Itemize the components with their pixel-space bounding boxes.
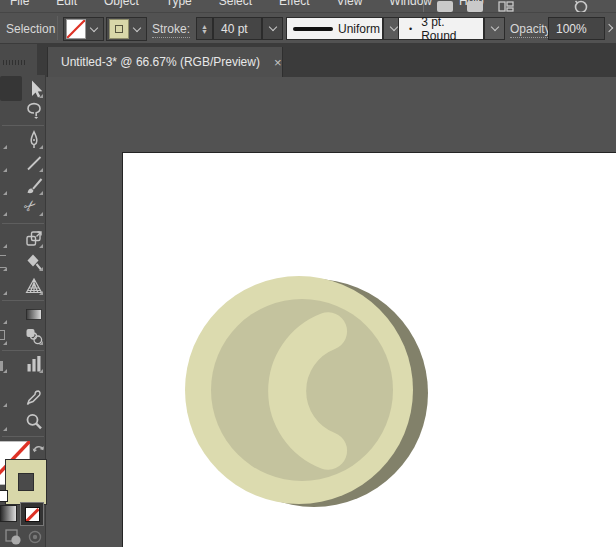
- fill-none-swatch[interactable]: [66, 19, 86, 39]
- stroke-swatch-hole: [18, 473, 34, 491]
- menu-edit[interactable]: Edit: [56, 0, 77, 8]
- divider: [57, 16, 58, 40]
- stroke-color-swatch[interactable]: [109, 19, 129, 39]
- width-profile-preview: [293, 27, 333, 31]
- scissors-icon: ✂: [20, 195, 41, 217]
- menu-select[interactable]: Select: [219, 0, 252, 8]
- opacity-value[interactable]: 100%: [548, 17, 605, 40]
- brush-chevron[interactable]: [484, 17, 505, 40]
- document-tab-title: Untitled-3* @ 66.67% (RGB/Preview): [61, 55, 260, 69]
- width-profile-label: Uniform: [338, 22, 380, 36]
- magnifier-icon: [24, 412, 44, 432]
- menu-view[interactable]: View: [337, 0, 363, 8]
- toolbar-grip-area[interactable]: [0, 44, 37, 77]
- app-square-icon[interactable]: [467, 1, 483, 12]
- brush-dot-icon: •: [409, 24, 412, 34]
- pasteboard: [0, 77, 616, 547]
- fill-color-dropdown[interactable]: [63, 17, 104, 41]
- width-profile-dropdown[interactable]: Uniform: [286, 17, 383, 40]
- brush-dropdown[interactable]: • 3 pt. Round: [398, 17, 484, 40]
- draw-normal-icon[interactable]: [5, 529, 22, 546]
- menubar-separator: [423, 0, 424, 12]
- chevron-down-icon: [133, 23, 141, 31]
- stroke-color-dropdown[interactable]: [106, 17, 147, 41]
- chevron-down-icon: [268, 23, 276, 31]
- swap-fill-stroke-icon[interactable]: [32, 442, 46, 455]
- document-tab-bar: Untitled-3* @ 66.67% (RGB/Preview) ×: [0, 44, 616, 77]
- app-square-icon[interactable]: [437, 1, 453, 12]
- menu-file[interactable]: File: [10, 0, 29, 8]
- chevron-down-icon: [389, 23, 397, 31]
- menu-items: File Edit Object Type Select Effect View…: [0, 0, 616, 8]
- stroke-indicator-active[interactable]: [5, 459, 47, 505]
- menu-bar: File Edit Object Type Select Effect View…: [0, 0, 616, 13]
- stroke-weight-value[interactable]: 40 pt: [213, 17, 262, 40]
- menu-effect[interactable]: Effect: [279, 0, 309, 8]
- step-down-icon[interactable]: ▼: [201, 29, 208, 34]
- gradient-tool[interactable]: [24, 304, 44, 324]
- brush-label: 3 pt. Round: [421, 15, 483, 43]
- zoom-tool[interactable]: [24, 412, 44, 432]
- stroke-weight-dropdown[interactable]: [262, 17, 283, 40]
- chevron-down-icon: [90, 23, 98, 31]
- coin-artwork[interactable]: [122, 152, 616, 547]
- selection-tool[interactable]: [0, 76, 22, 101]
- lasso-icon: [24, 100, 44, 120]
- panel-grip-icon[interactable]: [3, 60, 25, 65]
- tools-panel: ✂: [0, 75, 46, 547]
- stroke-weight-stepper[interactable]: ▲ ▼: [196, 17, 213, 40]
- menu-object[interactable]: Object: [104, 0, 139, 8]
- lasso-tool[interactable]: [24, 100, 44, 120]
- none-swatch: [25, 507, 40, 522]
- control-bar: Selection Stroke: ▲ ▼ 40 pt Uniform • 3 …: [0, 13, 616, 44]
- arrange-documents-icon[interactable]: [498, 1, 514, 12]
- document-tab[interactable]: Untitled-3* @ 66.67% (RGB/Preview) ×: [47, 47, 283, 77]
- menu-window[interactable]: Window: [389, 0, 432, 8]
- chevron-down-icon: [490, 23, 498, 31]
- sync-icon[interactable]: [573, 0, 589, 13]
- active-tool-label: Selection: [6, 22, 55, 36]
- stroke-label[interactable]: Stroke:: [152, 22, 190, 38]
- menu-type[interactable]: Type: [166, 0, 192, 8]
- panel-overflow-icon[interactable]: [605, 24, 613, 32]
- gradient-swatch-icon: [24, 304, 44, 324]
- eyedropper-icon: [24, 388, 44, 408]
- draw-behind-icon[interactable]: [27, 529, 44, 546]
- color-mode-gradient-button[interactable]: [0, 505, 17, 522]
- color-mode-none-button[interactable]: [20, 502, 44, 526]
- tab-close-icon[interactable]: ×: [274, 55, 282, 70]
- default-fill-stroke-icon[interactable]: [0, 490, 8, 502]
- eyedropper-tool[interactable]: [24, 388, 44, 408]
